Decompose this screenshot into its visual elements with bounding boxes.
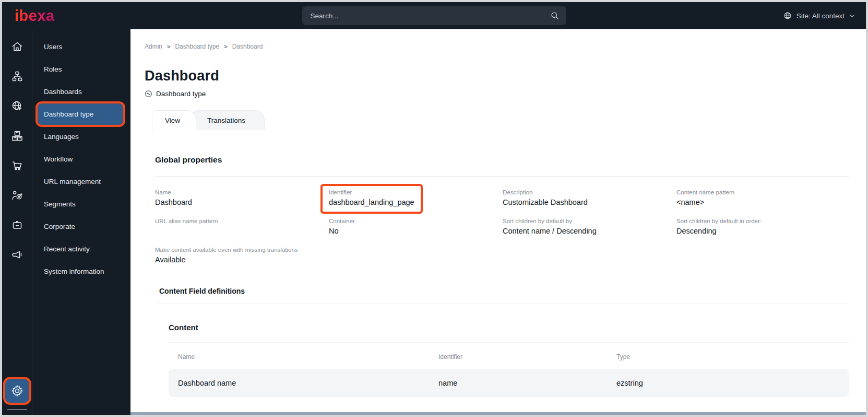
cell-field-identifier: name: [438, 379, 616, 387]
content-tree-icon: [11, 70, 23, 83]
breadcrumb-admin[interactable]: Admin: [145, 43, 162, 50]
search-input[interactable]: [311, 12, 550, 20]
field-url-alias-name-pattern: URL alias name pattern: [155, 218, 329, 236]
rail-item-commerce[interactable]: [2, 150, 32, 180]
field-sort-children-by: Sort children by default by: Content nam…: [503, 218, 676, 236]
breadcrumb: Admin > Dashboard type > Dashboard: [145, 43, 866, 50]
breadcrumb-separator: >: [167, 43, 170, 50]
global-search: [302, 6, 566, 25]
section-divider: [155, 304, 849, 304]
tab-translations[interactable]: Translations: [192, 110, 265, 130]
rail-item-dashboard[interactable]: [2, 31, 32, 61]
site-context-selector[interactable]: Site: All context: [783, 11, 855, 20]
sidebar-item-users[interactable]: Users: [32, 36, 130, 58]
breadcrumb-dashboard: Dashboard: [232, 43, 263, 50]
rail-item-corporate[interactable]: [2, 210, 32, 240]
sidebar-item-dashboard-type[interactable]: Dashboard type: [38, 103, 123, 125]
cell-field-type: ezstring: [616, 379, 849, 387]
field-sort-children-order: Sort children by default in order: Desce…: [676, 218, 850, 236]
sidebar-item-segments[interactable]: Segments: [32, 193, 130, 215]
rail-item-content[interactable]: [2, 61, 32, 91]
field-name: Name Dashboard: [155, 189, 329, 207]
search-icon[interactable]: [550, 10, 560, 21]
field-container: Container No: [329, 218, 503, 236]
icon-rail: [2, 29, 32, 415]
field-identifier: Identifier dashboard_landing_page: [323, 186, 421, 212]
id-badge-icon: [11, 219, 23, 231]
content-type-subtitle: Dashboard type: [145, 90, 866, 98]
breadcrumb-separator: >: [224, 43, 227, 50]
horizontal-scrollbar[interactable]: [130, 412, 866, 415]
site-context-label: Site: All context: [796, 12, 845, 20]
column-header-name: Name: [178, 353, 438, 361]
column-header-type: Type: [616, 353, 849, 361]
sidebar-item-system-information[interactable]: System information: [32, 260, 130, 283]
product-boxes-icon: [11, 130, 23, 142]
view-tab-panel: Global properties Name Dashboard Identif…: [145, 130, 866, 397]
field-group-heading: Content: [169, 323, 849, 332]
gear-icon: [10, 384, 24, 398]
sidebar-item-recent-activity[interactable]: Recent activity: [32, 238, 130, 260]
app-window: ibexa Site: All context: [0, 0, 868, 417]
rail-item-products[interactable]: [2, 121, 32, 150]
tab-bar: View Translations: [145, 110, 866, 130]
rail-item-marketing[interactable]: [2, 240, 32, 270]
admin-menu: Users Roles Dashboards Dashboard type La…: [32, 29, 130, 415]
rail-item-personalization[interactable]: [2, 180, 32, 210]
sidebar-item-languages[interactable]: Languages: [32, 125, 130, 148]
rail-item-site[interactable]: [2, 91, 32, 121]
global-properties-grid: Name Dashboard Identifier dashboard_land…: [155, 189, 866, 265]
field-content-name-pattern: Content name pattern <name>: [676, 189, 850, 207]
global-properties-heading: Global properties: [155, 155, 866, 165]
breadcrumb-dashboard-type[interactable]: Dashboard type: [175, 43, 219, 50]
sidebar-item-corporate[interactable]: Corporate: [32, 215, 130, 238]
field-missing-translations: Make content available even with missing…: [155, 247, 503, 265]
person-target-icon: [11, 189, 23, 202]
sidebar-item-dashboards[interactable]: Dashboards: [32, 80, 130, 103]
globe-icon: [783, 11, 792, 20]
megaphone-icon: [11, 249, 23, 261]
admin-settings-button[interactable]: [5, 379, 29, 403]
section-divider: [155, 176, 849, 177]
ibexa-logo[interactable]: ibexa: [15, 8, 55, 24]
globe-cursor-icon: [11, 100, 23, 112]
chevron-down-icon: [849, 13, 855, 19]
rail-divider: [7, 409, 27, 410]
sidebar-item-workflow[interactable]: Workflow: [32, 148, 130, 170]
content-type-label: Dashboard type: [156, 90, 206, 98]
field-description: Description Customizable Dashboard: [503, 189, 676, 207]
main-content: Admin > Dashboard type > Dashboard Dashb…: [130, 29, 866, 415]
content-field-definitions-heading: Content Field definitions: [159, 287, 866, 295]
cell-field-name: Dashboard name: [178, 379, 438, 387]
topbar: ibexa Site: All context: [2, 2, 866, 29]
page-title: Dashboard: [145, 68, 866, 84]
home-icon: [11, 40, 23, 53]
tab-view[interactable]: View: [152, 110, 196, 130]
sidebar-item-url-management[interactable]: URL management: [32, 170, 130, 193]
field-group-content: Content Name Identifier Type Dashboard n…: [169, 323, 849, 397]
table-row[interactable]: Dashboard name name ezstring: [169, 369, 849, 397]
sidebar-item-roles[interactable]: Roles: [32, 58, 130, 80]
content-type-icon: [145, 90, 152, 98]
column-header-identifier: Identifier: [438, 353, 616, 361]
field-table-header: Name Identifier Type: [169, 343, 849, 369]
shopping-cart-icon: [11, 159, 23, 172]
